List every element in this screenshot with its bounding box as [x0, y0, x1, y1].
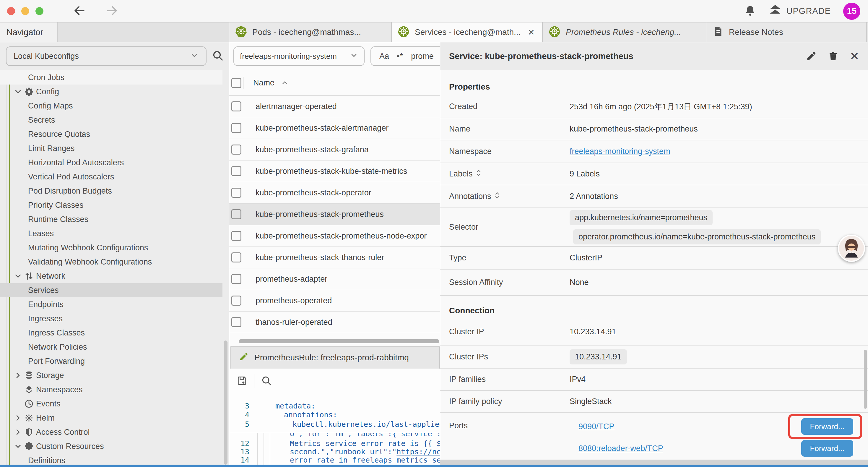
sort-updown-icon[interactable]	[495, 192, 500, 201]
sidebar-item-config[interactable]: Config	[0, 85, 222, 99]
tab-services-icecheng-math[interactable]: Services - icecheng@math...✕	[392, 23, 542, 42]
sidebar-item-access-control[interactable]: Access Control	[0, 425, 222, 439]
sidebar-item-network[interactable]: Network	[0, 269, 222, 283]
tab-release-notes[interactable]: Release Notes	[707, 23, 866, 42]
sidebar-item-port-forwarding[interactable]: Port Forwarding	[0, 354, 222, 368]
tab-prometheus-rules-icecheng[interactable]: Prometheus Rules - icecheng...	[542, 23, 707, 42]
sidebar-item-leases[interactable]: Leases	[0, 226, 222, 241]
match-case-toggle[interactable]: Aa	[379, 52, 389, 61]
back-icon[interactable]	[73, 4, 86, 18]
sidebar-item-ingresses[interactable]: Ingresses	[0, 312, 222, 326]
table-row[interactable]: thanos-ruler-operated	[229, 312, 440, 333]
close-window-button[interactable]	[7, 7, 15, 15]
sidebar-item-vertical-pod-autoscalers[interactable]: Vertical Pod Autoscalers	[0, 170, 222, 184]
close-tab-icon[interactable]: ✕	[526, 28, 536, 37]
table-row[interactable]: kube-prometheus-stack-alertmanager	[229, 117, 440, 139]
sidebar-item-helm[interactable]: Helm	[0, 411, 222, 425]
sidebar-search-icon[interactable]	[212, 50, 224, 63]
chevron-right-icon[interactable]	[13, 413, 23, 422]
sidebar-item-resource-quotas[interactable]: Resource Quotas	[0, 127, 222, 141]
row-checkbox[interactable]	[231, 231, 241, 241]
regex-toggle-icon[interactable]: ▪*	[397, 52, 403, 61]
row-checkbox[interactable]	[231, 145, 241, 154]
yaml-editor[interactable]: 3metadata:4annotations:5kubectl.kubernet…	[229, 394, 440, 467]
namespace-selector[interactable]: freeleaps-monitoring-system	[234, 47, 365, 66]
sidebar-item-network-policies[interactable]: Network Policies	[0, 340, 222, 354]
row-checkbox[interactable]	[231, 166, 241, 176]
resource-search-input[interactable]: Aa ▪* prome	[370, 47, 440, 66]
row-checkbox[interactable]	[231, 253, 241, 262]
row-checkbox[interactable]	[231, 274, 241, 284]
namespace-link[interactable]: freeleaps-monitoring-system	[569, 147, 670, 156]
horizontal-scrollbar[interactable]	[239, 339, 439, 343]
sidebar-item-ingress-classes[interactable]: Ingress Classes	[0, 326, 222, 340]
sidebar-scrollbar[interactable]	[224, 341, 227, 465]
table-row[interactable]: kube-prometheus-stack-operator	[229, 182, 440, 204]
notification-count-badge[interactable]: 15	[843, 3, 860, 20]
save-icon[interactable]	[236, 375, 248, 387]
minimize-window-button[interactable]	[21, 7, 29, 15]
chevron-down-icon[interactable]	[13, 442, 23, 451]
sidebar-item-events[interactable]: Events	[0, 397, 222, 411]
close-icon[interactable]: ✕	[850, 50, 859, 63]
sort-updown-icon[interactable]	[476, 169, 481, 179]
table-row[interactable]: prometheus-operated	[229, 290, 440, 312]
row-checkbox[interactable]	[231, 101, 241, 111]
port-link[interactable]: 9090/TCP	[579, 422, 615, 431]
row-checkbox[interactable]	[231, 296, 241, 305]
sidebar-item-limit-ranges[interactable]: Limit Ranges	[0, 141, 222, 155]
tab-argo-se[interactable]: Argo Se	[866, 23, 868, 42]
table-row[interactable]: kube-prometheus-stack-prometheus	[229, 204, 440, 225]
row-checkbox[interactable]	[231, 317, 241, 327]
sidebar-item-services[interactable]: Services	[0, 283, 222, 297]
chevron-right-icon[interactable]	[13, 428, 23, 437]
tab-pods-icecheng-mathmas[interactable]: Pods - icecheng@mathmas...	[229, 23, 392, 42]
sidebar-item-cron-jobs[interactable]: Cron Jobs	[0, 70, 222, 85]
sidebar-item-horizontal-pod-autoscalers[interactable]: Horizontal Pod Autoscalers	[0, 155, 222, 170]
editor-tab-prometheusrule[interactable]: PrometheusRule: freeleaps-prod-rabbitmq	[230, 346, 440, 369]
port-link[interactable]: 8080:reloader-web/TCP	[579, 444, 663, 453]
sidebar-item-secrets[interactable]: Secrets	[0, 113, 222, 127]
sidebar-item-validating-webhook-configurations[interactable]: Validating Webhook Configurations	[0, 255, 222, 269]
code-line: 4annotations:	[229, 410, 440, 419]
table-row[interactable]: kube-prometheus-stack-grafana	[229, 139, 440, 160]
detail-vertical-scrollbar[interactable]	[864, 350, 867, 409]
sidebar-item-runtime-classes[interactable]: Runtime Classes	[0, 212, 222, 226]
chevron-right-icon[interactable]	[13, 371, 23, 380]
sidebar-item-config-maps[interactable]: Config Maps	[0, 99, 222, 113]
select-all-checkbox[interactable]	[231, 78, 241, 88]
sidebar-item-namespaces[interactable]: Namespaces	[0, 382, 222, 397]
row-checkbox[interactable]	[231, 188, 241, 198]
forward-icon[interactable]	[105, 4, 119, 18]
edit-pencil-icon[interactable]	[806, 51, 816, 61]
notifications-bell-icon[interactable]	[744, 4, 756, 18]
sidebar-item-pod-disruption-budgets[interactable]: Pod Disruption Budgets	[0, 184, 222, 198]
chevron-down-icon[interactable]	[13, 87, 23, 96]
sidebar-item-storage[interactable]: Storage	[0, 368, 222, 382]
row-checkbox[interactable]	[231, 209, 241, 219]
sidebar-item-priority-classes[interactable]: Priority Classes	[0, 198, 222, 212]
table-row[interactable]: kube-prometheus-stack-thanos-ruler	[229, 247, 440, 268]
table-row[interactable]: alertmanager-operated	[229, 96, 440, 117]
table-row[interactable]: kube-prometheus-stack-kube-state-metrics	[229, 160, 440, 182]
table-row[interactable]: prometheus-adapter	[229, 268, 440, 290]
sidebar-item-mutating-webhook-configurations[interactable]: Mutating Webhook Configurations	[0, 241, 222, 255]
chevron-down-icon[interactable]	[13, 272, 23, 281]
delete-trash-icon[interactable]	[828, 51, 838, 61]
zoom-window-button[interactable]	[35, 7, 43, 15]
kubeconfig-selector[interactable]: Local Kubeconfigs	[6, 47, 207, 66]
app-window: UPGRADE 15 Navigator Pods - icecheng@mat…	[0, 0, 868, 467]
code-text: Metrics service error rate is {{ $va	[290, 439, 440, 448]
name-column-header[interactable]: Name	[253, 78, 289, 87]
navigator-panel-tab[interactable]: Navigator	[0, 23, 58, 42]
release-notes-icon	[713, 26, 723, 39]
upgrade-button[interactable]: UPGRADE	[769, 4, 831, 19]
row-checkbox[interactable]	[231, 123, 241, 133]
editor-search-icon[interactable]	[261, 375, 272, 387]
sidebar-item-custom-resources[interactable]: Custom Resources	[0, 439, 222, 454]
table-row[interactable]: kube-prometheus-stack-prometheus-node-ex…	[229, 225, 440, 247]
forward-button[interactable]: Forward...	[801, 418, 853, 435]
avatar[interactable]	[838, 235, 865, 262]
sidebar-item-endpoints[interactable]: Endpoints	[0, 297, 222, 312]
forward-button[interactable]: Forward...	[801, 440, 853, 457]
